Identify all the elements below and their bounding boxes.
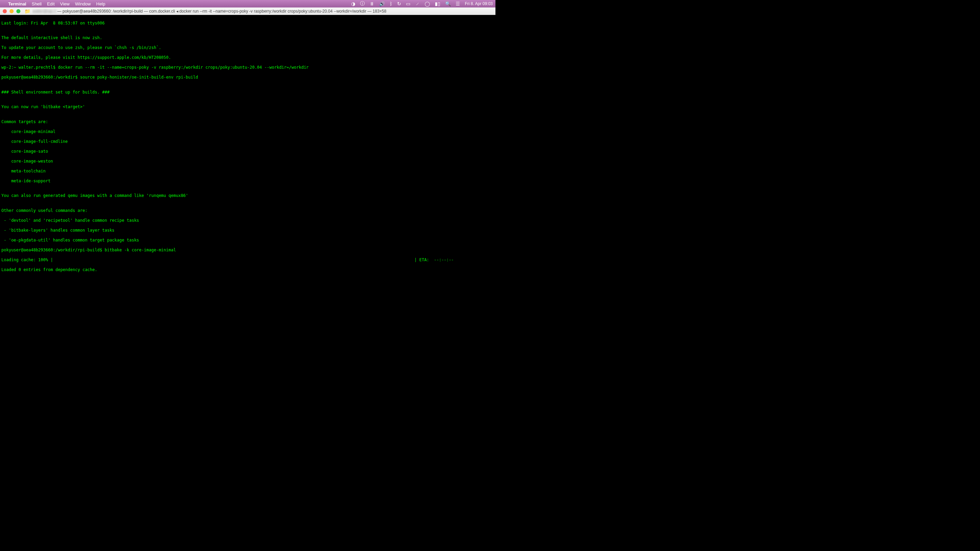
battery-icon[interactable]: ▮▯: [435, 1, 440, 6]
menu-window[interactable]: Window: [75, 2, 91, 6]
terminal-line: core-image-sato: [2, 149, 494, 154]
wifi-off-icon[interactable]: ⟋: [415, 1, 420, 6]
terminal-line: core-image-weston: [2, 159, 494, 164]
menu-help[interactable]: Help: [96, 2, 105, 6]
menu-view[interactable]: View: [60, 2, 70, 6]
terminal-line: You can now run 'bitbake <target>': [2, 105, 494, 110]
minimize-button[interactable]: [10, 9, 14, 13]
terminal-viewport[interactable]: Last login: Fri Apr 8 08:53:07 on ttys00…: [0, 15, 495, 278]
timemachine-icon[interactable]: ↻: [397, 1, 401, 6]
terminal-line: meta-toolchain: [2, 169, 494, 174]
menu-shell[interactable]: Shell: [32, 2, 41, 6]
bluetooth-icon[interactable]: ᛒ: [390, 1, 392, 6]
macos-menubar: Terminal Shell Edit View Window Help ◑ ⓘ…: [0, 0, 495, 8]
terminal-line: pokyuser@aea48b293660:/workdir/rpi-build…: [2, 248, 494, 253]
spotlight-icon[interactable]: 🔍: [445, 1, 451, 6]
menubar-clock[interactable]: Fri 8. Apr 09:03: [465, 2, 493, 6]
terminal-line: You can also run generated qemu images w…: [2, 193, 494, 198]
terminal-line: The default interactive shell is now zsh…: [2, 35, 494, 40]
folder-icon: 📁: [24, 8, 30, 14]
window-titlebar: 📁 walter@wp-2 — pokyuser@aea48b293660: /…: [0, 8, 495, 15]
terminal-line: For more details, please visit https://s…: [2, 55, 494, 60]
pause-icon[interactable]: ⏸: [369, 1, 374, 6]
terminal-line: pokyuser@aea48b293660:/workdir$ source p…: [2, 75, 494, 80]
window-title: walter@wp-2 — pokyuser@aea48b293660: /wo…: [32, 9, 493, 14]
terminal-line: ### Shell environment set up for builds.…: [2, 90, 494, 95]
terminal-line: core-image-full-cmdline: [2, 139, 494, 144]
docker-icon[interactable]: ◑: [351, 1, 355, 6]
terminal-line: core-image-minimal: [2, 129, 494, 134]
calendar-icon[interactable]: ▭: [406, 1, 410, 6]
menu-edit[interactable]: Edit: [47, 2, 54, 6]
terminal-line: Loading cache: 100% | | ETA: --:--:--: [2, 257, 494, 263]
terminal-line: Loaded 0 entries from dependency cache.: [2, 267, 494, 272]
terminal-line: - 'devtool' and 'recipetool' handle comm…: [2, 218, 494, 223]
terminal-line: To update your account to use zsh, pleas…: [2, 45, 494, 50]
terminal-line: - 'bitbake-layers' handles common layer …: [2, 228, 494, 233]
control-center-icon[interactable]: ☰: [456, 1, 460, 6]
zoom-button[interactable]: [16, 9, 21, 13]
user-icon[interactable]: ◯: [425, 1, 430, 6]
info-icon[interactable]: ⓘ: [360, 1, 365, 7]
terminal-line: Common targets are:: [2, 119, 494, 124]
terminal-line: wp-2:~ walter.prechtl$ docker run --rm -…: [2, 65, 494, 70]
volume-icon[interactable]: 🔊: [379, 1, 385, 6]
terminal-line: - 'oe-pkgdata-util' handles common targe…: [2, 238, 494, 243]
terminal-line: Last login: Fri Apr 8 08:53:07 on ttys00…: [2, 21, 494, 26]
terminal-line: Other commonly useful commands are:: [2, 208, 494, 213]
app-menu[interactable]: Terminal: [8, 2, 26, 6]
terminal-line: Parsing recipes: 100% |#################…: [2, 277, 494, 278]
terminal-line: meta-ide-support: [2, 179, 494, 184]
close-button[interactable]: [3, 9, 7, 13]
